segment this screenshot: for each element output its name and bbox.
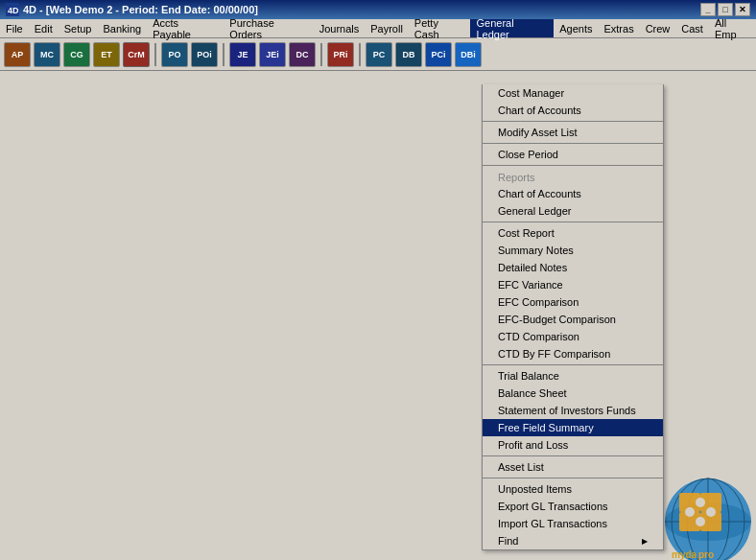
dropdown-export-gl-transactions[interactable]: Export GL Transactions — [483, 498, 663, 515]
toolbar-cg-button[interactable]: CG — [63, 42, 90, 67]
dropdown-ctd-by-ff-comparison[interactable]: CTD By FF Comparison — [483, 345, 663, 362]
svg-text:pro: pro — [698, 549, 714, 560]
dropdown-cost-report[interactable]: Cost Report — [483, 224, 663, 242]
window-controls: _ □ ✕ — [700, 3, 750, 16]
toolbar-db-button[interactable]: DB — [395, 42, 422, 67]
toolbar-je-button[interactable]: JE — [229, 42, 256, 67]
svg-point-15 — [706, 507, 716, 517]
dropdown-general-ledger[interactable]: General Ledger — [483, 202, 663, 220]
maximize-button[interactable]: □ — [718, 3, 733, 16]
dropdown-find[interactable]: Find — [483, 532, 663, 549]
toolbar-crm-button[interactable]: CrM — [123, 42, 150, 67]
menu-bar: File Edit Setup Banking Accts Payable Pu… — [0, 19, 756, 38]
menu-crew[interactable]: Crew — [640, 19, 676, 37]
menu-journals[interactable]: Journals — [314, 19, 366, 37]
svg-point-12 — [696, 498, 705, 507]
dropdown-cost-manager[interactable]: Cost Manager — [483, 84, 663, 102]
dropdown-chart-of-accounts[interactable]: Chart of Accounts — [483, 185, 663, 202]
dropdown-summary-notes[interactable]: Summary Notes — [483, 242, 663, 259]
toolbar-dc-button[interactable]: DC — [289, 42, 316, 67]
dropdown-sep-7 — [483, 478, 663, 478]
dropdown-efc-comparison[interactable]: EFC Comparison — [483, 293, 663, 311]
dropdown-profit-and-loss[interactable]: Profit and Loss — [483, 436, 663, 454]
dropdown-sep-5 — [483, 364, 663, 365]
toolbar-poi-button[interactable]: POi — [191, 42, 218, 67]
svg-point-14 — [685, 507, 695, 517]
dropdown-efc-variance[interactable]: EFC Variance — [483, 276, 663, 293]
menu-agents[interactable]: Agents — [554, 19, 598, 37]
dropdown-balance-sheet[interactable]: Balance Sheet — [483, 385, 663, 402]
toolbar-pci-button[interactable]: PCi — [425, 42, 452, 67]
toolbar-et-button[interactable]: ET — [93, 42, 120, 67]
toolbar-separator-2 — [223, 43, 224, 66]
dropdown-detailed-notes[interactable]: Detailed Notes — [483, 259, 663, 276]
dropdown-statement-investors-funds[interactable]: Statement of Investors Funds — [483, 402, 663, 419]
dropdown-unposted-items[interactable]: Unposted Items — [483, 480, 663, 498]
dropdown-sep-1 — [483, 121, 663, 122]
dropdown-reports-header: Reports — [483, 168, 663, 185]
toolbar-po-button[interactable]: PO — [161, 42, 188, 67]
toolbar-separator-1 — [154, 43, 156, 66]
toolbar-jei-button[interactable]: JEi — [259, 42, 286, 67]
dropdown-close-period[interactable]: Close Period — [483, 146, 663, 163]
toolbar-separator-3 — [320, 43, 322, 66]
toolbar-mc-button[interactable]: MC — [34, 42, 60, 67]
menu-edit[interactable]: Edit — [29, 19, 59, 37]
menu-banking[interactable]: Banking — [97, 19, 147, 37]
svg-text:myda: myda — [672, 549, 697, 560]
toolbar-dbi-button[interactable]: DBi — [455, 42, 482, 67]
svg-text:4D: 4D — [8, 6, 19, 15]
dropdown-ctd-comparison[interactable]: CTD Comparison — [483, 328, 663, 345]
dropdown-modify-asset-list[interactable]: Modify Asset List — [483, 124, 663, 141]
dropdown-trial-balance[interactable]: Trial Balance — [483, 367, 663, 385]
dropdown-sep-6 — [483, 455, 663, 456]
dropdown-chart-of-accounts-top[interactable]: Chart of Accounts — [483, 102, 663, 119]
toolbar-pc-button[interactable]: PC — [366, 42, 392, 67]
menu-accts-payable[interactable]: Accts Payable — [147, 19, 224, 37]
menu-setup[interactable]: Setup — [59, 19, 98, 37]
menu-petty-cash[interactable]: Petty Cash — [409, 19, 471, 37]
toolbar-pri-button[interactable]: PRi — [327, 42, 354, 67]
minimize-button[interactable]: _ — [700, 3, 716, 16]
menu-file[interactable]: File — [0, 19, 29, 37]
toolbar-separator-4 — [359, 43, 361, 66]
title-text: 4D - [Web Demo 2 - Period: End Date: 00/… — [23, 4, 258, 15]
close-button[interactable]: ✕ — [735, 3, 750, 16]
svg-point-13 — [696, 517, 705, 526]
dropdown-asset-list[interactable]: Asset List — [483, 458, 663, 476]
menu-cast[interactable]: Cast — [675, 19, 709, 37]
title-bar: 4D 4D - [Web Demo 2 - Period: End Date: … — [0, 0, 756, 19]
toolbar: AP MC CG ET CrM PO POi JE JEi DC PRi PC … — [0, 38, 756, 71]
menu-payroll[interactable]: Payroll — [365, 19, 409, 37]
dropdown-free-field-summary[interactable]: Free Field Summary — [483, 419, 663, 436]
menu-extras[interactable]: Extras — [598, 19, 639, 37]
toolbar-ap-button[interactable]: AP — [4, 42, 31, 67]
dropdown-sep-3 — [483, 165, 663, 166]
menu-general-ledger[interactable]: General Ledger — [470, 19, 554, 37]
dropdown-import-gl-transactions[interactable]: Import GL Transactions — [483, 515, 663, 532]
general-ledger-dropdown: Cost Manager Chart of Accounts Modify As… — [482, 84, 664, 550]
menu-purchase-orders[interactable]: Purchase Orders — [224, 19, 313, 37]
app-icon: 4D — [6, 3, 19, 16]
dropdown-sep-4 — [483, 222, 663, 222]
dropdown-sep-2 — [483, 143, 663, 144]
menu-all-emp[interactable]: All Emp — [709, 19, 756, 37]
main-content: Cost Manager Chart of Accounts Modify As… — [0, 71, 756, 560]
dropdown-efc-budget-comparison[interactable]: EFC-Budget Comparison — [483, 311, 663, 328]
